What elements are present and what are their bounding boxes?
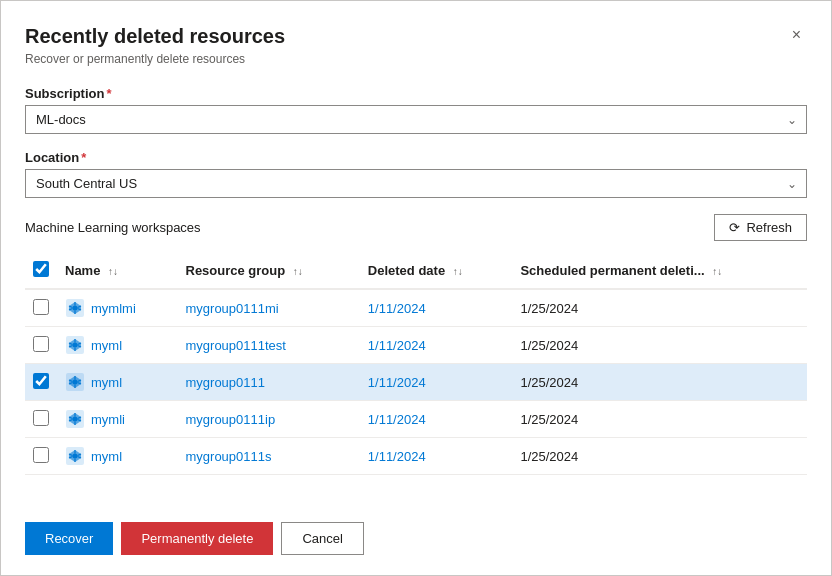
row-deleted-date-cell: 1/11/2024 [360, 364, 513, 401]
refresh-label: Refresh [746, 220, 792, 235]
resource-group-link[interactable]: mygroup0111mi [186, 301, 279, 316]
row-checkbox[interactable] [33, 299, 49, 315]
footer: Recover Permanently delete Cancel [25, 506, 807, 575]
resource-group-sort-icon[interactable]: ↑↓ [293, 266, 303, 277]
name-with-icon: mymlmi [65, 298, 166, 318]
table-row: myml mygroup0111test1/11/20241/25/2024 [25, 327, 807, 364]
col-scheduled-delete: Scheduled permanent deleti... ↑↓ [512, 253, 807, 289]
select-all-checkbox[interactable] [33, 261, 49, 277]
row-name-link[interactable]: myml [91, 338, 122, 353]
svg-point-25 [73, 417, 78, 422]
row-checkbox[interactable] [33, 336, 49, 352]
row-name-cell: mymlmi [57, 289, 178, 327]
row-resource-group-cell: mygroup0111test [178, 327, 360, 364]
resource-group-link[interactable]: mygroup0111s [186, 449, 272, 464]
row-name-link[interactable]: mymli [91, 412, 125, 427]
row-resource-group-cell: mygroup0111mi [178, 289, 360, 327]
workspace-icon [65, 335, 85, 355]
table-row: mymlmi mygroup0111mi1/11/20241/25/2024 [25, 289, 807, 327]
subscription-label: Subscription* [25, 86, 807, 101]
table-header-row: Name ↑↓ Resource group ↑↓ Deleted date ↑… [25, 253, 807, 289]
subscription-field: Subscription* ML-docs ⌄ [25, 86, 807, 134]
name-with-icon: mymli [65, 409, 166, 429]
subscription-dropdown[interactable]: ML-docs [25, 105, 807, 134]
row-resource-group-cell: mygroup0111 [178, 364, 360, 401]
dialog-title: Recently deleted resources [25, 25, 285, 48]
row-name-link[interactable]: myml [91, 449, 122, 464]
row-name-cell: myml [57, 327, 178, 364]
recover-button[interactable]: Recover [25, 522, 113, 555]
row-deleted-date-cell: 1/11/2024 [360, 289, 513, 327]
col-deleted-date: Deleted date ↑↓ [360, 253, 513, 289]
name-with-icon: myml [65, 372, 166, 392]
row-name-cell: myml [57, 438, 178, 475]
permanently-delete-button[interactable]: Permanently delete [121, 522, 273, 555]
row-checkbox[interactable] [33, 410, 49, 426]
scheduled-delete-sort-icon[interactable]: ↑↓ [712, 266, 722, 277]
svg-point-33 [73, 454, 78, 459]
row-checkbox-cell [25, 438, 57, 475]
row-checkbox[interactable] [33, 447, 49, 463]
svg-point-1 [73, 306, 78, 311]
row-checkbox-cell [25, 401, 57, 438]
name-with-icon: myml [65, 335, 166, 355]
row-checkbox[interactable] [33, 373, 49, 389]
col-resource-group: Resource group ↑↓ [178, 253, 360, 289]
row-deleted-date-cell: 1/11/2024 [360, 401, 513, 438]
resources-table: Name ↑↓ Resource group ↑↓ Deleted date ↑… [25, 253, 807, 475]
row-checkbox-cell [25, 364, 57, 401]
refresh-button[interactable]: ⟳ Refresh [714, 214, 807, 241]
resources-table-container: Name ↑↓ Resource group ↑↓ Deleted date ↑… [25, 253, 807, 506]
row-scheduled-delete-cell: 1/25/2024 [512, 438, 807, 475]
table-row: myml mygroup01111/11/20241/25/2024 [25, 364, 807, 401]
row-name-cell: myml [57, 364, 178, 401]
subscription-dropdown-container: ML-docs ⌄ [25, 105, 807, 134]
header-checkbox-cell [25, 253, 57, 289]
close-button[interactable]: × [786, 25, 807, 45]
location-dropdown-container: South Central US ⌄ [25, 169, 807, 198]
refresh-icon: ⟳ [729, 220, 740, 235]
svg-point-9 [73, 343, 78, 348]
row-name-link[interactable]: myml [91, 375, 122, 390]
location-dropdown[interactable]: South Central US [25, 169, 807, 198]
row-deleted-date-cell: 1/11/2024 [360, 327, 513, 364]
location-label: Location* [25, 150, 807, 165]
location-required-star: * [81, 150, 86, 165]
workspace-icon [65, 372, 85, 392]
resource-group-link[interactable]: mygroup0111ip [186, 412, 276, 427]
location-field: Location* South Central US ⌄ [25, 150, 807, 198]
table-row: myml mygroup0111s1/11/20241/25/2024 [25, 438, 807, 475]
row-scheduled-delete-cell: 1/25/2024 [512, 401, 807, 438]
resource-group-link[interactable]: mygroup0111test [186, 338, 286, 353]
table-body: mymlmi mygroup0111mi1/11/20241/25/2024 [25, 289, 807, 475]
row-checkbox-cell [25, 327, 57, 364]
dialog-subtitle: Recover or permanently delete resources [25, 52, 807, 66]
dialog-header: Recently deleted resources × [25, 25, 807, 48]
workspace-icon [65, 298, 85, 318]
row-resource-group-cell: mygroup0111ip [178, 401, 360, 438]
name-sort-icon[interactable]: ↑↓ [108, 266, 118, 277]
section-title: Machine Learning workspaces [25, 220, 201, 235]
deleted-date-sort-icon[interactable]: ↑↓ [453, 266, 463, 277]
table-row: mymli mygroup0111ip1/11/20241/25/2024 [25, 401, 807, 438]
svg-point-17 [73, 380, 78, 385]
row-scheduled-delete-cell: 1/25/2024 [512, 327, 807, 364]
resource-group-link[interactable]: mygroup0111 [186, 375, 266, 390]
row-name-cell: mymli [57, 401, 178, 438]
row-name-link[interactable]: mymlmi [91, 301, 136, 316]
col-name: Name ↑↓ [57, 253, 178, 289]
workspace-icon [65, 446, 85, 466]
row-checkbox-cell [25, 289, 57, 327]
row-scheduled-delete-cell: 1/25/2024 [512, 364, 807, 401]
subscription-required-star: * [106, 86, 111, 101]
cancel-button[interactable]: Cancel [281, 522, 363, 555]
section-header: Machine Learning workspaces ⟳ Refresh [25, 214, 807, 241]
recently-deleted-dialog: Recently deleted resources × Recover or … [0, 0, 832, 576]
workspace-icon [65, 409, 85, 429]
row-scheduled-delete-cell: 1/25/2024 [512, 289, 807, 327]
row-deleted-date-cell: 1/11/2024 [360, 438, 513, 475]
row-resource-group-cell: mygroup0111s [178, 438, 360, 475]
name-with-icon: myml [65, 446, 166, 466]
